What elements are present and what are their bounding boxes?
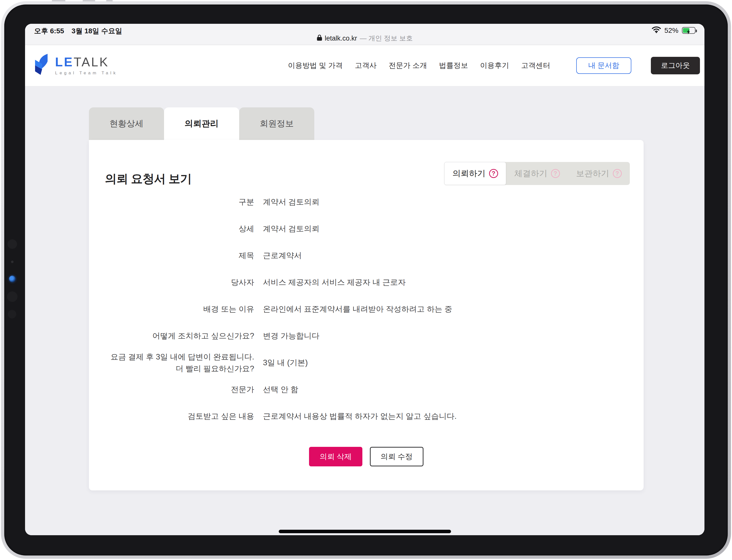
nav-item-reviews[interactable]: 이용후기 [480,61,509,71]
stage-segmented-control: 의뢰하기 ? 체결하기 ? 보관하기 ? [444,162,630,185]
nav-item-support[interactable]: 고객센터 [521,61,550,71]
status-bar-left: 오후 6:55 3월 18일 수요일 [34,26,122,36]
page-title: 의뢰 요청서 보기 [105,171,191,187]
field-label: 어떻게 조치하고 싶으신가요? [89,330,254,342]
field-value: 선택 안 함 [263,384,629,396]
field-row-review-content: 검토받고 싶은 내용 근로계약서 내용상 법률적 하자가 없는지 알고 싶습니다… [89,403,629,430]
letalk-logo[interactable]: LETALK Legal Team Talk [33,53,118,78]
field-row-category: 구분 계약서 검토의뢰 [89,189,629,216]
field-row-turnaround: 요금 결제 후 3일 내에 답변이 완료됩니다. 더 빨리 필요하신가요? 3일… [89,349,629,376]
question-icon[interactable]: ? [489,169,498,178]
logo-le: LE [55,55,74,69]
stage-contract-label: 체결하기 [514,168,548,179]
field-label: 요금 결제 후 3일 내에 답변이 완료됩니다. 더 빨리 필요하신가요? [89,351,254,375]
field-row-detail: 상세 계약서 검토의뢰 [89,216,629,242]
delete-request-button[interactable]: 의뢰 삭제 [309,447,362,466]
stage-contract-button[interactable]: 체결하기 ? [506,162,568,185]
screen: 오후 6:55 3월 18일 수요일 52% [25,24,704,535]
stage-request-label: 의뢰하기 [453,168,486,179]
field-value: 온라인에서 표준계약서를 내려받아 작성하려고 하는 중 [263,303,629,315]
field-row-expert: 전문가 선택 안 함 [89,376,629,403]
field-value: 변경 가능합니다 [263,330,629,342]
logout-button[interactable]: 로그아웃 [651,57,700,74]
field-label: 배경 또는 이유 [89,303,254,315]
camera-sensor-icon [7,291,18,302]
nav-item-clients[interactable]: 고객사 [355,61,377,71]
status-date: 3월 18일 수요일 [72,26,122,36]
field-label: 전문가 [89,384,254,396]
address-url: letalk.co.kr [325,35,357,42]
field-value: 서비스 제공자의 서비스 제공자 내 근로자 [263,277,629,288]
section-tabs: 현황상세 의뢰관리 회원정보 [89,107,314,140]
status-bar-right: 52% [652,26,695,35]
field-row-parties: 당사자 서비스 제공자의 서비스 제공자 내 근로자 [89,269,629,296]
field-value: 계약서 검토의뢰 [263,196,629,208]
letalk-logo-icon [33,53,51,78]
field-row-background: 배경 또는 이유 온라인에서 표준계약서를 내려받아 작성하려고 하는 중 [89,296,629,323]
battery-icon [682,27,695,34]
tab-status-detail[interactable]: 현황상세 [89,107,164,140]
question-icon[interactable]: ? [613,169,622,178]
front-camera-icon [9,276,16,282]
camera-sensor-icon [8,310,16,318]
field-label: 상세 [89,223,254,235]
nav-item-experts[interactable]: 전문가 소개 [389,61,427,71]
request-card: 의뢰 요청서 보기 의뢰하기 ? 체결하기 ? 보관하기 ? [89,140,644,490]
field-value: 근로계약서 [263,250,629,262]
nav-item-legal-info[interactable]: 법률정보 [439,61,468,71]
field-value: 계약서 검토의뢰 [263,223,629,235]
main-nav: 이용방법 및 가격 고객사 전문가 소개 법률정보 이용후기 고객센터 내 문서… [288,57,700,74]
lock-icon [317,34,322,43]
camera-dot-icon [11,261,14,263]
tab-member-info[interactable]: 회원정보 [239,107,314,140]
field-label: 당사자 [89,277,254,288]
address-privacy-label: — 개인 정보 보호 [360,34,413,43]
field-row-title: 제목 근로계약서 [89,242,629,269]
logo-tagline: Legal Team Talk [55,71,118,76]
field-label: 제목 [89,250,254,262]
page-content: 현황상세 의뢰관리 회원정보 의뢰 요청서 보기 의뢰하기 ? 체결하기 ? [25,86,704,535]
field-label: 구분 [89,196,254,208]
bottom-actions: 의뢰 삭제 의뢰 수정 [89,447,644,466]
field-value: 근로계약서 내용상 법률적 하자가 없는지 알고 싶습니다. [263,411,629,422]
address-bar[interactable]: letalk.co.kr — 개인 정보 보호 [317,34,413,43]
home-indicator[interactable] [279,530,451,533]
stage-archive-button[interactable]: 보관하기 ? [568,162,630,185]
status-time: 오후 6:55 [34,26,64,36]
browser-chrome: 오후 6:55 3월 18일 수요일 52% [25,24,704,45]
stage-request-button[interactable]: 의뢰하기 ? [444,162,506,185]
tab-request-management[interactable]: 의뢰관리 [164,107,239,140]
wifi-icon [652,26,661,35]
site-header: LETALK Legal Team Talk 이용방법 및 가격 고객사 전문가… [25,45,704,86]
field-value: 3일 내 (기본) [263,357,629,369]
request-detail-form: 구분 계약서 검토의뢰 상세 계약서 검토의뢰 제목 근로계약서 당사자 서비스… [89,189,629,430]
nav-item-how-to-pricing[interactable]: 이용방법 및 가격 [288,61,343,71]
logo-talk: TALK [74,55,109,69]
field-label: 검토받고 싶은 내용 [89,411,254,422]
field-row-desired-action: 어떻게 조치하고 싶으신가요? 변경 가능합니다 [89,323,629,349]
my-documents-button[interactable]: 내 문서함 [576,57,631,74]
charging-bolt-icon [687,28,690,36]
edit-request-button[interactable]: 의뢰 수정 [370,447,424,466]
battery-percent: 52% [664,27,678,35]
logo-text: LETALK Legal Team Talk [55,56,118,76]
ipad-device: 오후 6:55 3월 18일 수요일 52% [0,0,732,560]
battery-nub [696,30,697,32]
stage-archive-label: 보관하기 [576,168,609,179]
camera-sensor-icon [8,239,17,249]
question-icon[interactable]: ? [551,169,560,178]
